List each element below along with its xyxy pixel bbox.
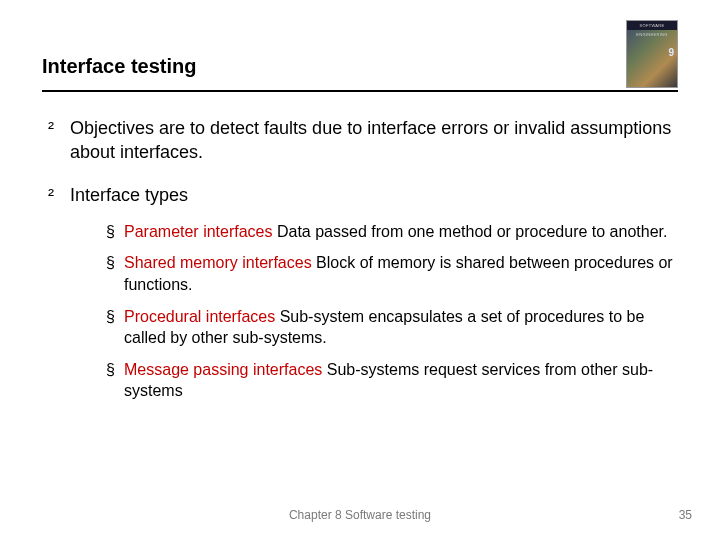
term: Parameter interfaces: [124, 223, 273, 240]
book-title-bar: SOFTWARE ENGINEERING: [627, 21, 677, 30]
main-bullet-list: Objectives are to detect faults due to i…: [42, 116, 678, 402]
list-item: Shared memory interfaces Block of memory…: [106, 252, 678, 295]
bullet-interface-types: Interface types Parameter interfaces Dat…: [48, 183, 678, 402]
bullet-objectives: Objectives are to detect faults due to i…: [48, 116, 678, 165]
term: Message passing interfaces: [124, 361, 322, 378]
interface-types-list: Parameter interfaces Data passed from on…: [70, 221, 678, 402]
book-cover-thumbnail: SOFTWARE ENGINEERING 9: [626, 20, 678, 88]
slide: SOFTWARE ENGINEERING 9 Interface testing…: [0, 0, 720, 540]
term: Shared memory interfaces: [124, 254, 312, 271]
list-item: Parameter interfaces Data passed from on…: [106, 221, 678, 243]
slide-title: Interface testing: [42, 55, 678, 78]
book-edition-number: 9: [668, 47, 674, 58]
footer-chapter: Chapter 8 Software testing: [0, 508, 720, 522]
title-divider: [42, 90, 678, 92]
bullet-interface-types-label: Interface types: [70, 185, 188, 205]
term-desc: Data passed from one method or procedure…: [273, 223, 668, 240]
term: Procedural interfaces: [124, 308, 275, 325]
list-item: Message passing interfaces Sub-systems r…: [106, 359, 678, 402]
list-item: Procedural interfaces Sub-system encapsu…: [106, 306, 678, 349]
page-number: 35: [679, 508, 692, 522]
